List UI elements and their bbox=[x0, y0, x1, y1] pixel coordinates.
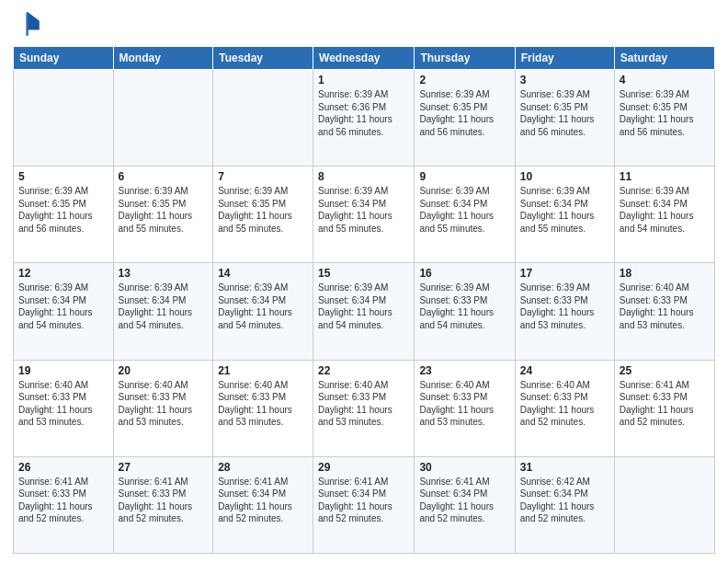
day-number: 8 bbox=[318, 170, 409, 183]
day-info: Sunrise: 6:41 AM Sunset: 6:33 PM Dayligh… bbox=[18, 476, 108, 525]
day-info: Sunrise: 6:40 AM Sunset: 6:33 PM Dayligh… bbox=[520, 379, 609, 429]
logo bbox=[13, 9, 46, 39]
day-number: 14 bbox=[218, 267, 308, 280]
day-cell bbox=[113, 70, 213, 167]
day-info: Sunrise: 6:39 AM Sunset: 6:34 PM Dayligh… bbox=[620, 185, 710, 235]
day-cell: 29Sunrise: 6:41 AM Sunset: 6:34 PM Dayli… bbox=[313, 456, 415, 553]
day-cell bbox=[213, 70, 313, 167]
col-header-saturday: Saturday bbox=[614, 47, 714, 70]
col-header-sunday: Sunday bbox=[14, 47, 114, 70]
day-number: 6 bbox=[119, 170, 209, 183]
day-number: 10 bbox=[520, 170, 609, 183]
day-info: Sunrise: 6:39 AM Sunset: 6:35 PM Dayligh… bbox=[218, 185, 308, 235]
day-cell: 23Sunrise: 6:40 AM Sunset: 6:33 PM Dayli… bbox=[415, 360, 515, 456]
day-cell: 9Sunrise: 6:39 AM Sunset: 6:34 PM Daylig… bbox=[415, 167, 515, 263]
logo-icon bbox=[13, 9, 42, 39]
day-info: Sunrise: 6:39 AM Sunset: 6:34 PM Dayligh… bbox=[419, 185, 509, 235]
col-header-thursday: Thursday bbox=[415, 47, 515, 70]
header bbox=[13, 9, 715, 39]
day-cell: 5Sunrise: 6:39 AM Sunset: 6:35 PM Daylig… bbox=[14, 167, 114, 263]
day-cell: 28Sunrise: 6:41 AM Sunset: 6:34 PM Dayli… bbox=[213, 456, 313, 553]
col-header-monday: Monday bbox=[113, 47, 213, 70]
week-row-2: 5Sunrise: 6:39 AM Sunset: 6:35 PM Daylig… bbox=[14, 167, 715, 263]
day-number: 26 bbox=[18, 461, 108, 474]
day-info: Sunrise: 6:39 AM Sunset: 6:35 PM Dayligh… bbox=[620, 88, 710, 138]
day-info: Sunrise: 6:40 AM Sunset: 6:33 PM Dayligh… bbox=[318, 379, 409, 429]
col-header-tuesday: Tuesday bbox=[213, 47, 313, 70]
day-cell: 19Sunrise: 6:40 AM Sunset: 6:33 PM Dayli… bbox=[14, 360, 114, 456]
day-number: 23 bbox=[419, 364, 509, 377]
day-cell: 10Sunrise: 6:39 AM Sunset: 6:34 PM Dayli… bbox=[515, 167, 614, 263]
week-row-3: 12Sunrise: 6:39 AM Sunset: 6:34 PM Dayli… bbox=[14, 263, 715, 360]
day-cell: 21Sunrise: 6:40 AM Sunset: 6:33 PM Dayli… bbox=[213, 360, 313, 456]
day-cell: 31Sunrise: 6:42 AM Sunset: 6:34 PM Dayli… bbox=[515, 456, 614, 553]
day-cell: 2Sunrise: 6:39 AM Sunset: 6:35 PM Daylig… bbox=[415, 70, 515, 167]
day-info: Sunrise: 6:39 AM Sunset: 6:34 PM Dayligh… bbox=[318, 282, 409, 331]
day-cell: 6Sunrise: 6:39 AM Sunset: 6:35 PM Daylig… bbox=[113, 167, 213, 263]
day-cell: 24Sunrise: 6:40 AM Sunset: 6:33 PM Dayli… bbox=[515, 360, 614, 456]
col-header-wednesday: Wednesday bbox=[313, 47, 415, 70]
day-number: 28 bbox=[218, 461, 308, 474]
col-header-friday: Friday bbox=[515, 47, 614, 70]
day-cell: 25Sunrise: 6:41 AM Sunset: 6:33 PM Dayli… bbox=[614, 360, 714, 456]
day-number: 3 bbox=[520, 74, 609, 86]
day-cell: 18Sunrise: 6:40 AM Sunset: 6:33 PM Dayli… bbox=[614, 263, 714, 360]
day-number: 15 bbox=[318, 267, 409, 280]
day-cell: 4Sunrise: 6:39 AM Sunset: 6:35 PM Daylig… bbox=[614, 70, 714, 167]
day-info: Sunrise: 6:40 AM Sunset: 6:33 PM Dayligh… bbox=[119, 379, 209, 429]
day-info: Sunrise: 6:39 AM Sunset: 6:33 PM Dayligh… bbox=[419, 282, 509, 331]
day-number: 19 bbox=[18, 364, 108, 377]
day-number: 4 bbox=[620, 74, 710, 86]
day-number: 7 bbox=[218, 170, 308, 183]
day-number: 25 bbox=[620, 364, 710, 377]
day-info: Sunrise: 6:39 AM Sunset: 6:35 PM Dayligh… bbox=[18, 185, 108, 235]
day-cell: 22Sunrise: 6:40 AM Sunset: 6:33 PM Dayli… bbox=[313, 360, 415, 456]
day-number: 27 bbox=[119, 461, 209, 474]
day-cell: 26Sunrise: 6:41 AM Sunset: 6:33 PM Dayli… bbox=[14, 456, 114, 553]
day-info: Sunrise: 6:41 AM Sunset: 6:33 PM Dayligh… bbox=[620, 379, 710, 429]
day-number: 21 bbox=[218, 364, 308, 377]
day-info: Sunrise: 6:41 AM Sunset: 6:34 PM Dayligh… bbox=[318, 476, 409, 525]
day-cell: 8Sunrise: 6:39 AM Sunset: 6:34 PM Daylig… bbox=[313, 167, 415, 263]
day-info: Sunrise: 6:39 AM Sunset: 6:34 PM Dayligh… bbox=[218, 282, 308, 331]
day-number: 11 bbox=[620, 170, 710, 183]
day-number: 12 bbox=[18, 267, 108, 280]
day-info: Sunrise: 6:40 AM Sunset: 6:33 PM Dayligh… bbox=[419, 379, 509, 429]
svg-marker-1 bbox=[28, 12, 40, 29]
day-info: Sunrise: 6:39 AM Sunset: 6:36 PM Dayligh… bbox=[318, 88, 409, 138]
day-number: 20 bbox=[119, 364, 209, 377]
day-cell: 15Sunrise: 6:39 AM Sunset: 6:34 PM Dayli… bbox=[313, 263, 415, 360]
day-number: 16 bbox=[419, 267, 509, 280]
day-cell: 30Sunrise: 6:41 AM Sunset: 6:34 PM Dayli… bbox=[415, 456, 515, 553]
day-info: Sunrise: 6:40 AM Sunset: 6:33 PM Dayligh… bbox=[218, 379, 308, 429]
calendar: SundayMondayTuesdayWednesdayThursdayFrid… bbox=[13, 46, 715, 554]
day-info: Sunrise: 6:39 AM Sunset: 6:33 PM Dayligh… bbox=[520, 282, 609, 331]
day-number: 29 bbox=[318, 461, 409, 474]
day-info: Sunrise: 6:39 AM Sunset: 6:35 PM Dayligh… bbox=[419, 88, 509, 138]
day-number: 17 bbox=[520, 267, 609, 280]
day-number: 9 bbox=[419, 170, 509, 183]
day-cell: 12Sunrise: 6:39 AM Sunset: 6:34 PM Dayli… bbox=[14, 263, 114, 360]
day-number: 30 bbox=[419, 461, 509, 474]
day-info: Sunrise: 6:39 AM Sunset: 6:35 PM Dayligh… bbox=[520, 88, 609, 138]
day-number: 13 bbox=[119, 267, 209, 280]
day-cell: 3Sunrise: 6:39 AM Sunset: 6:35 PM Daylig… bbox=[515, 70, 614, 167]
day-cell: 27Sunrise: 6:41 AM Sunset: 6:33 PM Dayli… bbox=[113, 456, 213, 553]
page: SundayMondayTuesdayWednesdayThursdayFrid… bbox=[0, 0, 728, 563]
day-info: Sunrise: 6:39 AM Sunset: 6:34 PM Dayligh… bbox=[520, 185, 609, 235]
day-info: Sunrise: 6:39 AM Sunset: 6:34 PM Dayligh… bbox=[119, 282, 209, 331]
day-number: 18 bbox=[620, 267, 710, 280]
day-info: Sunrise: 6:41 AM Sunset: 6:33 PM Dayligh… bbox=[119, 476, 209, 525]
week-row-5: 26Sunrise: 6:41 AM Sunset: 6:33 PM Dayli… bbox=[14, 456, 715, 553]
day-cell: 17Sunrise: 6:39 AM Sunset: 6:33 PM Dayli… bbox=[515, 263, 614, 360]
day-number: 22 bbox=[318, 364, 409, 377]
day-number: 2 bbox=[419, 74, 509, 86]
day-cell bbox=[14, 70, 114, 167]
week-row-4: 19Sunrise: 6:40 AM Sunset: 6:33 PM Dayli… bbox=[14, 360, 715, 456]
day-cell: 11Sunrise: 6:39 AM Sunset: 6:34 PM Dayli… bbox=[614, 167, 714, 263]
day-info: Sunrise: 6:39 AM Sunset: 6:34 PM Dayligh… bbox=[18, 282, 108, 331]
day-number: 1 bbox=[318, 74, 409, 86]
calendar-header-row: SundayMondayTuesdayWednesdayThursdayFrid… bbox=[14, 47, 715, 70]
day-number: 24 bbox=[520, 364, 609, 377]
day-number: 31 bbox=[520, 461, 609, 474]
